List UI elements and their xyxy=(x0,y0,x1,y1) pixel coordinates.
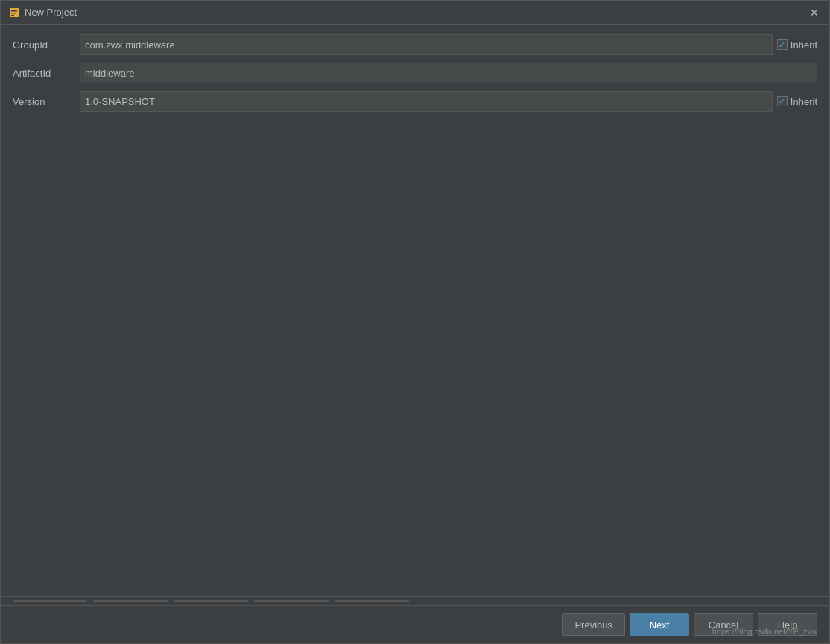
svg-rect-1 xyxy=(11,10,17,12)
version-label: Version xyxy=(13,96,80,107)
watermark: https://blog.csdn.net/YP_zwx xyxy=(712,627,817,636)
artifactid-input[interactable] xyxy=(80,63,817,83)
title-bar-left: New Project xyxy=(8,7,77,19)
next-button[interactable]: Next xyxy=(630,613,689,636)
svg-rect-2 xyxy=(11,13,16,14)
version-input[interactable] xyxy=(80,91,773,112)
groupid-input[interactable] xyxy=(80,34,773,55)
project-icon xyxy=(8,7,20,19)
version-inherit-checkbox[interactable] xyxy=(777,96,788,106)
groupid-row: GroupId Inherit xyxy=(13,34,817,56)
main-area xyxy=(13,118,817,587)
version-inherit-container: Inherit xyxy=(777,96,817,107)
dialog-window: New Project ✕ GroupId Inherit ArtifactId… xyxy=(0,0,830,644)
progress-step-4 xyxy=(254,600,329,602)
close-button[interactable]: ✕ xyxy=(807,5,822,20)
previous-button[interactable]: Previous xyxy=(562,613,625,636)
progress-step-5 xyxy=(335,600,409,602)
groupid-inherit-container: Inherit xyxy=(777,39,817,51)
content-area: GroupId Inherit ArtifactId Version Inher… xyxy=(1,25,829,596)
groupid-label: GroupId xyxy=(13,39,80,51)
bottom-bar: Previous Next Cancel Help xyxy=(1,605,829,643)
progress-step-2 xyxy=(93,600,168,602)
title-bar: New Project ✕ xyxy=(1,1,829,25)
version-row: Version Inherit xyxy=(13,90,817,112)
progress-step-1 xyxy=(13,600,87,602)
progress-step-3 xyxy=(174,600,248,602)
groupid-inherit-label: Inherit xyxy=(791,39,817,51)
artifactid-label: ArtifactId xyxy=(13,68,80,79)
version-inherit-label: Inherit xyxy=(791,96,817,107)
groupid-inherit-checkbox[interactable] xyxy=(777,39,788,50)
svg-rect-3 xyxy=(11,15,14,16)
window-title: New Project xyxy=(25,7,77,18)
artifactid-row: ArtifactId xyxy=(13,62,817,84)
progress-area xyxy=(1,596,829,605)
